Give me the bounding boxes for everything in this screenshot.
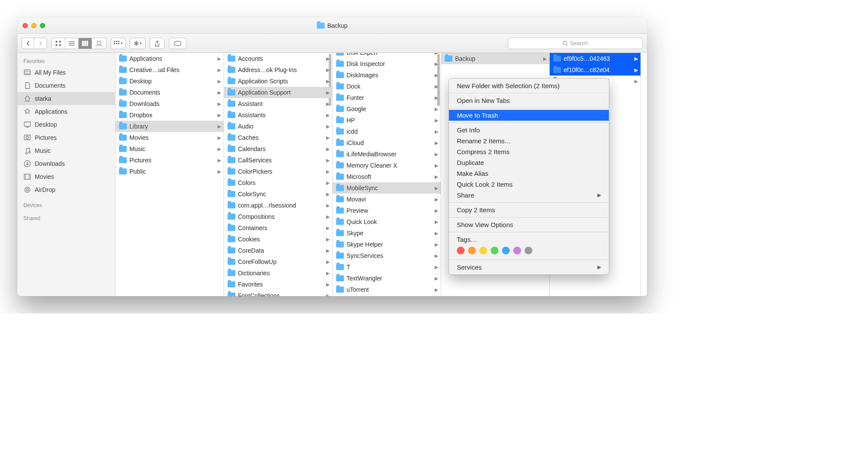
folder-item[interactable]: Desktop▶ [116, 76, 224, 87]
folder-item[interactable]: DiskImages▶ [333, 69, 441, 81]
folder-item[interactable]: ef10f0c…c82e04▶ [550, 64, 640, 76]
folder-item[interactable]: Downloads▶ [116, 98, 224, 109]
folder-item[interactable]: Memory Cleaner X▶ [333, 160, 441, 171]
icon-view-button[interactable] [52, 38, 65, 49]
menu-item-tags[interactable]: Tags… [449, 234, 609, 245]
folder-item[interactable]: CallServices▶ [224, 155, 332, 166]
search-field[interactable]: Search [508, 38, 643, 49]
share-button[interactable] [150, 38, 165, 49]
folder-item[interactable]: Accounts▶ [224, 53, 332, 64]
sidebar-item-all-my-files[interactable]: All My Files [17, 66, 115, 79]
folder-item[interactable]: Pictures▶ [116, 155, 224, 166]
folder-item[interactable]: ef9f0c5…042463▶ [550, 53, 640, 64]
folder-item[interactable]: icdd▶ [333, 126, 441, 137]
folder-item[interactable]: Applications▶ [116, 53, 224, 64]
column-0[interactable]: Applications▶Creative…ud Files▶Desktop▶D… [116, 53, 224, 296]
folder-item[interactable]: Disk Expert▶ [333, 53, 441, 58]
menu-item[interactable]: Share▶ [449, 190, 609, 201]
folder-item[interactable]: Music▶ [116, 143, 224, 155]
menu-item[interactable]: Make Alias [449, 168, 609, 179]
minimize-window-button[interactable] [31, 23, 36, 28]
folder-item[interactable]: SyncServices▶ [333, 250, 441, 261]
folder-item[interactable]: FontCollections▶ [224, 290, 332, 296]
column-2[interactable]: Disk Expert▶Disk Inspector▶DiskImages▶Do… [333, 53, 441, 296]
folder-item[interactable]: Movavi▶ [333, 194, 441, 205]
menu-item[interactable]: Quick Look 2 Items [449, 179, 609, 190]
tag-color-dot[interactable] [468, 247, 476, 254]
tag-color-dot[interactable] [502, 247, 510, 254]
folder-item[interactable]: T▶ [333, 261, 441, 273]
folder-item[interactable]: Favorites▶ [224, 279, 332, 290]
folder-item[interactable]: Application Support▶ [224, 87, 332, 98]
sidebar-item-movies[interactable]: Movies [17, 170, 115, 183]
folder-item[interactable]: Library▶ [116, 121, 224, 132]
folder-item[interactable]: Dropbox▶ [116, 109, 224, 121]
folder-item[interactable]: Dictionaries▶ [224, 267, 332, 279]
menu-item[interactable]: New Folder with Selection (2 Items) [449, 80, 609, 91]
folder-item[interactable]: Preview▶ [333, 205, 441, 216]
folder-item[interactable]: Documents▶ [116, 87, 224, 98]
folder-item[interactable]: HP▶ [333, 115, 441, 126]
folder-item[interactable]: Assistant▶ [224, 98, 332, 109]
column-1[interactable]: Accounts▶Address…ok Plug-Ins▶Application… [224, 53, 333, 296]
folder-item[interactable]: Cookies▶ [224, 234, 332, 245]
tag-color-dot[interactable] [513, 247, 521, 254]
action-button[interactable]: ✻▾ [130, 38, 145, 49]
folder-item[interactable]: Containers▶ [224, 222, 332, 234]
list-view-button[interactable] [65, 38, 79, 49]
menu-item[interactable]: Rename 2 Items… [449, 135, 609, 146]
folder-item[interactable]: Public▶ [116, 166, 224, 177]
menu-item[interactable]: Open in New Tabs [449, 95, 609, 106]
folder-item[interactable]: CoreData▶ [224, 245, 332, 256]
sidebar-item-applications[interactable]: Applications [17, 105, 115, 118]
folder-item[interactable]: Colors▶ [224, 177, 332, 188]
menu-item[interactable]: Get Info [449, 125, 609, 135]
tags-button[interactable] [169, 38, 186, 49]
folder-item[interactable]: Backup▶ [441, 53, 549, 64]
menu-item[interactable]: Duplicate [449, 157, 609, 168]
folder-item[interactable]: ColorPickers▶ [224, 166, 332, 177]
sidebar-item-music[interactable]: Music [17, 144, 115, 157]
folder-item[interactable]: com.appl…rlsessiond▶ [224, 200, 332, 211]
folder-item[interactable]: Audio▶ [224, 121, 332, 132]
menu-item[interactable]: Compress 2 Items [449, 146, 609, 157]
folder-item[interactable]: Skype Helper▶ [333, 239, 441, 250]
sidebar-item-downloads[interactable]: Downloads [17, 157, 115, 170]
menu-item[interactable]: Services▶ [449, 262, 609, 273]
arrange-button[interactable]: ▾ [111, 38, 125, 49]
folder-item[interactable]: ColorSync▶ [224, 188, 332, 200]
folder-item[interactable]: Dock▶ [333, 81, 441, 92]
tag-color-dot[interactable] [479, 247, 487, 254]
zoom-window-button[interactable] [40, 23, 45, 28]
back-button[interactable] [22, 38, 34, 49]
folder-item[interactable]: Microsoft▶ [333, 171, 441, 182]
folder-item[interactable]: Creative…ud Files▶ [116, 64, 224, 76]
folder-item[interactable]: Google▶ [333, 103, 441, 115]
folder-item[interactable]: MobileSync▶ [333, 182, 441, 194]
folder-item[interactable]: Skype▶ [333, 228, 441, 239]
menu-item[interactable]: Show View Options [449, 219, 609, 230]
folder-item[interactable]: Movies▶ [116, 132, 224, 143]
menu-item[interactable]: Copy 2 Items [449, 204, 609, 215]
sidebar-item-pictures[interactable]: Pictures [17, 131, 115, 144]
close-window-button[interactable] [23, 23, 28, 28]
folder-item[interactable]: Funter▶ [333, 92, 441, 103]
tag-color-dot[interactable] [525, 247, 532, 254]
folder-item[interactable]: Quick Look▶ [333, 216, 441, 228]
folder-item[interactable]: Caches▶ [224, 132, 332, 143]
folder-item[interactable]: Application Scripts▶ [224, 76, 332, 87]
folder-item[interactable]: iCloud▶ [333, 137, 441, 148]
folder-item[interactable]: iLifeMediaBrowser▶ [333, 148, 441, 160]
folder-item[interactable]: TextWrangler▶ [333, 273, 441, 284]
folder-item[interactable]: Compositions▶ [224, 211, 332, 222]
folder-item[interactable]: Calendars▶ [224, 143, 332, 155]
folder-item[interactable]: Address…ok Plug-Ins▶ [224, 64, 332, 76]
folder-item[interactable]: uTorrent▶ [333, 284, 441, 295]
sidebar-item-airdrop[interactable]: AirDrop [17, 183, 115, 196]
sidebar-item-documents[interactable]: Documents [17, 79, 115, 92]
folder-item[interactable]: CoreFollowUp▶ [224, 256, 332, 267]
menu-item[interactable]: Move to Trash [449, 110, 609, 121]
sidebar-item-desktop[interactable]: Desktop [17, 118, 115, 131]
coverflow-view-button[interactable] [92, 38, 106, 49]
folder-item[interactable]: Disk Inspector▶ [333, 58, 441, 69]
